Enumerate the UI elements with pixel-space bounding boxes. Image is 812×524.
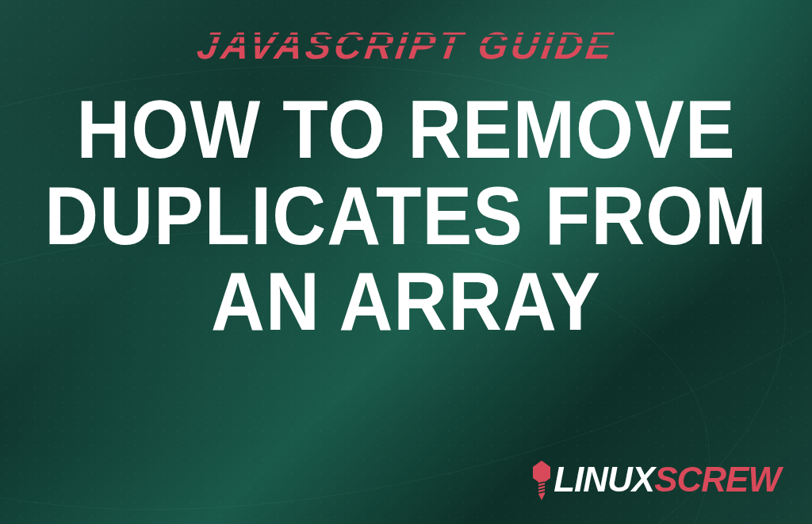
banner-title: HOW TO REMOVE DUPLICATES FROM AN ARRAY <box>41 87 771 346</box>
promo-banner: JAVASCRIPT GUIDE HOW TO REMOVE DUPLICATE… <box>0 0 812 524</box>
banner-subtitle: JAVASCRIPT GUIDE <box>194 24 618 67</box>
brand-logo: LINUX SCREW <box>531 459 780 500</box>
logo-text-screw: SCREW <box>654 460 780 499</box>
svg-marker-0 <box>533 461 550 484</box>
logo-text-linux: LINUX <box>553 460 654 499</box>
screw-icon <box>531 459 552 500</box>
svg-marker-2 <box>538 494 545 500</box>
